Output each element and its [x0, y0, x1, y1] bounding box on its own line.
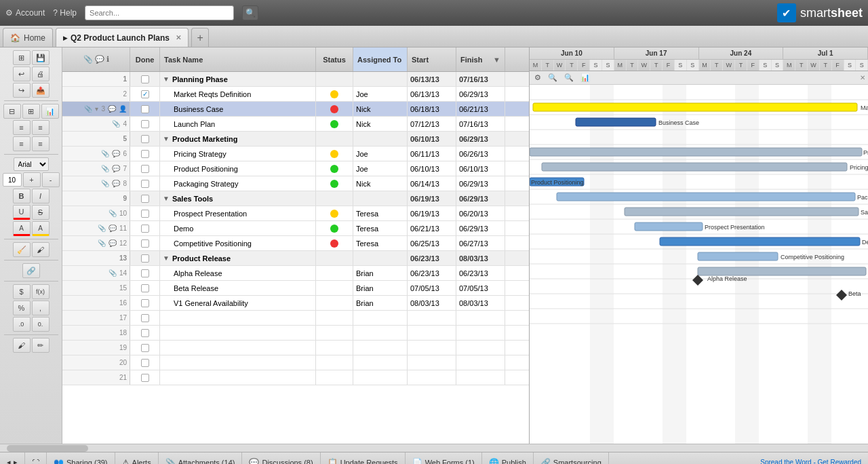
checkbox-20[interactable]: [141, 359, 149, 367]
gantt-zoom-out-btn[interactable]: 🔍: [546, 73, 559, 83]
cell-done-6[interactable]: [130, 147, 160, 161]
attach-icon-11[interactable]: 📎: [98, 225, 106, 232]
cell-task-6[interactable]: Pricing Strategy: [160, 147, 316, 161]
bottom-tab-fullscreen[interactable]: ⛶: [25, 452, 47, 464]
format-btn[interactable]: 🖌: [32, 242, 50, 257]
attach-icon-7[interactable]: 📎: [101, 165, 109, 172]
checkbox-18[interactable]: [141, 329, 149, 337]
currency-btn[interactable]: $: [13, 284, 31, 299]
strikethrough-btn[interactable]: S: [32, 205, 50, 220]
comment-icon-7[interactable]: 💬: [112, 165, 120, 172]
checkbox-16[interactable]: [141, 299, 149, 307]
bottom-tab-discussions[interactable]: 💬 Discussions (8): [242, 452, 320, 464]
cell-task-8[interactable]: Packaging Strategy: [160, 176, 316, 191]
font-size-up-btn[interactable]: +: [23, 172, 41, 187]
row-below-btn[interactable]: ≡: [32, 120, 50, 135]
bold-btn[interactable]: B: [13, 189, 31, 204]
font-size-down-btn[interactable]: -: [42, 172, 60, 187]
cell-task-1[interactable]: ▼ Planning Phase: [160, 72, 316, 86]
checkbox-14[interactable]: [141, 269, 149, 277]
checkbox-17[interactable]: [141, 314, 149, 322]
cell-done-7[interactable]: [130, 161, 160, 176]
cell-done-2[interactable]: [130, 87, 160, 101]
comment-icon-6[interactable]: 💬: [112, 150, 120, 157]
spread-word-link[interactable]: Spread the Word - Get Rewarded: [753, 459, 868, 464]
comment-icon-8[interactable]: 💬: [112, 180, 120, 187]
checkbox-9[interactable]: [141, 195, 149, 203]
paintbrush-btn[interactable]: 🖌: [13, 338, 31, 353]
underline-btn[interactable]: U: [13, 205, 31, 220]
person-icon-3[interactable]: 👤: [119, 105, 127, 113]
checkbox-6[interactable]: [141, 150, 149, 158]
cell-task-4[interactable]: Launch Plan: [160, 117, 316, 131]
cell-task-18[interactable]: [160, 326, 316, 340]
cell-task-11[interactable]: Demo: [160, 221, 316, 235]
highlight-btn[interactable]: A: [32, 221, 50, 236]
col-resize-handle[interactable]: ▼: [493, 56, 500, 64]
clear-btn[interactable]: 🧹: [13, 242, 31, 257]
cell-done-4[interactable]: [130, 117, 160, 131]
cell-done-11[interactable]: [130, 221, 160, 235]
attach-icon-14[interactable]: 📎: [108, 269, 117, 277]
cell-done-21[interactable]: [130, 370, 160, 385]
checkbox-2[interactable]: [141, 90, 149, 98]
attach-icon-3[interactable]: 📎: [84, 105, 92, 113]
bottom-tab-update-requests[interactable]: 📋 Update Requests: [321, 452, 406, 464]
attach-icon-12[interactable]: 📎: [98, 239, 106, 247]
cell-done-14[interactable]: [130, 266, 160, 280]
bottom-tab-web-forms[interactable]: 📄 Web Forms (1): [406, 452, 482, 464]
search-input[interactable]: [85, 5, 234, 20]
bottom-tab-smartsourcing[interactable]: 🔗 Smartsourcing: [534, 452, 609, 464]
col-header-task[interactable]: Task Name: [160, 47, 316, 71]
save-btn[interactable]: 💾: [32, 50, 50, 65]
checkbox-19[interactable]: [141, 344, 149, 352]
cell-done-20[interactable]: [130, 355, 160, 370]
gantt-btn[interactable]: 📊: [41, 104, 59, 119]
col-header-assigned[interactable]: Assigned To: [353, 47, 408, 71]
gantt-close-btn[interactable]: ✕: [860, 74, 865, 81]
checkbox-5[interactable]: [141, 135, 149, 143]
checkbox-21[interactable]: [141, 374, 149, 382]
cell-task-12[interactable]: Competitive Positioning: [160, 236, 316, 250]
cell-task-2[interactable]: Market Reqts Definition: [160, 87, 316, 101]
bottom-tab-attachments[interactable]: 📎 Attachments (14): [159, 452, 243, 464]
checkbox-8[interactable]: [141, 180, 149, 188]
tab-q2[interactable]: ▸ Q2 Product Launch Plans ✕: [56, 28, 189, 47]
cell-task-3[interactable]: Business Case: [160, 102, 316, 116]
export-btn[interactable]: 📤: [32, 83, 50, 98]
font-family-select[interactable]: Arial: [14, 157, 49, 171]
attach-icon-8[interactable]: 📎: [101, 180, 109, 187]
decimal-inc-btn[interactable]: .0: [13, 317, 31, 332]
cell-done-19[interactable]: [130, 341, 160, 355]
align-left-btn[interactable]: ≡: [13, 136, 31, 151]
cell-task-21[interactable]: [160, 370, 316, 385]
font-size-input[interactable]: [3, 173, 22, 187]
checkbox-3[interactable]: [141, 105, 149, 113]
grid-view-btn[interactable]: ⊞: [13, 50, 31, 65]
search-button[interactable]: 🔍: [242, 5, 258, 20]
comment-icon-12[interactable]: 💬: [108, 239, 117, 247]
gantt-settings-btn[interactable]: ⚙: [532, 73, 543, 83]
comment-icon-11[interactable]: 💬: [108, 225, 117, 232]
group-toggle-13[interactable]: ▼: [163, 254, 170, 262]
bottom-tab-sharing[interactable]: 👥 Sharing (39): [47, 452, 115, 464]
col-header-status[interactable]: Status: [316, 47, 353, 71]
scrollbar-thumb[interactable]: [7, 445, 88, 452]
gantt-zoom-in-btn[interactable]: 🔍: [562, 73, 576, 83]
font-color-btn[interactable]: A: [13, 221, 31, 236]
attach-icon-10[interactable]: 📎: [108, 210, 117, 217]
print-btn[interactable]: 🖨: [32, 66, 50, 81]
pencil-btn[interactable]: ✏: [32, 338, 50, 353]
redo-btn[interactable]: ↪: [13, 83, 31, 98]
cell-task-9[interactable]: ▼ Sales Tools: [160, 191, 316, 206]
cell-done-3[interactable]: [130, 102, 160, 116]
link-btn[interactable]: 🔗: [22, 263, 40, 278]
decimal-dec-btn[interactable]: 0.: [32, 317, 50, 332]
group-toggle-1[interactable]: ▼: [163, 75, 170, 83]
comment-icon-3[interactable]: 💬: [108, 105, 116, 113]
help-menu[interactable]: ? Help: [53, 8, 77, 18]
bottom-tab-nav-left[interactable]: ◂ ▸: [0, 452, 25, 464]
italic-btn[interactable]: I: [32, 189, 50, 204]
tab-home[interactable]: 🏠 Home: [3, 28, 53, 47]
gantt-chart-btn[interactable]: 📊: [578, 73, 592, 83]
